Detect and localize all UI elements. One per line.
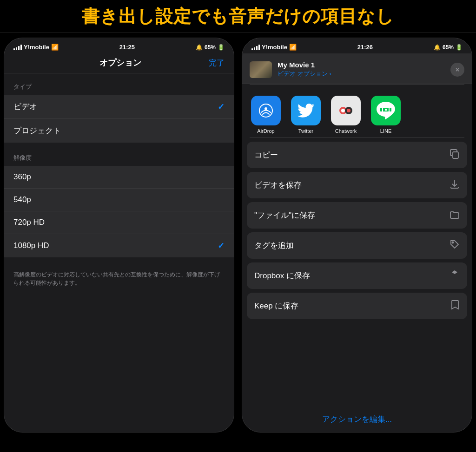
keep-label: Keep に保存 [254, 301, 298, 311]
share-thumbnail [250, 61, 272, 78]
header-text: 書き出し設定でも音声だけの項目なし [82, 7, 394, 26]
app-line[interactable]: LINE [370, 96, 402, 134]
status-left-1: Y!mobile 📶 [13, 44, 59, 51]
action-dropbox[interactable]: Dropbox に保存 [247, 262, 467, 289]
action-save-video[interactable]: ビデオを保存 [247, 172, 467, 198]
battery-icon-1: 🔋 [218, 44, 225, 51]
save-video-icon [450, 179, 460, 191]
svg-point-1 [264, 107, 267, 110]
chatwork-label: Chatwork [335, 128, 357, 134]
540p-label: 540p [13, 195, 31, 204]
video-check: ✓ [218, 102, 225, 112]
list-item-540p[interactable]: 540p [4, 189, 234, 211]
bar1-2 [251, 48, 253, 50]
close-icon: × [456, 66, 459, 73]
save-files-label: "ファイル"に保存 [254, 210, 315, 221]
share-sheet: My Movie 1 ビデオ オプション › × [242, 53, 472, 432]
tag-icon [450, 239, 460, 252]
list-item-1080p[interactable]: 1080p HD ✓ [4, 234, 234, 257]
list-item-video[interactable]: ビデオ ✓ [4, 95, 234, 119]
svg-rect-6 [380, 108, 382, 111]
app-airdrop[interactable]: AirDrop [250, 96, 282, 134]
alarm-icon-2: 🔔 [434, 44, 441, 51]
battery-1: 65% [205, 44, 216, 51]
airdrop-icon [251, 96, 281, 125]
add-tag-label: タグを追加 [254, 240, 294, 251]
phone-2: Y!mobile 📶 21:26 🔔 65% 🔋 My Movie 1 ビデオ … [242, 38, 472, 432]
line-label: LINE [380, 128, 391, 134]
project-label: プロジェクト [13, 125, 61, 136]
alarm-icon-1: 🔔 [196, 44, 203, 51]
svg-point-13 [452, 242, 454, 243]
edit-actions-label: アクションを編集... [322, 415, 392, 424]
bar3 [18, 46, 20, 50]
dropbox-icon [450, 269, 460, 282]
bar4 [20, 45, 22, 50]
separator-2 [250, 138, 464, 138]
signal-bars-1 [13, 45, 22, 50]
time-1: 21:25 [119, 44, 135, 51]
dropbox-label: Dropbox に保存 [254, 270, 310, 281]
share-info: My Movie 1 ビデオ オプション › [278, 61, 450, 78]
airdrop-label: AirDrop [257, 128, 274, 134]
header-banner: 書き出し設定でも音声だけの項目なし [0, 0, 476, 33]
status-bar-2: Y!mobile 📶 21:26 🔔 65% 🔋 [242, 38, 472, 53]
save-files-icon [450, 209, 460, 222]
bar1 [13, 48, 15, 50]
twitter-label: Twitter [298, 128, 313, 134]
bar2-2 [254, 47, 255, 50]
svg-rect-12 [453, 152, 458, 158]
share-header: My Movie 1 ビデオ オプション › × [242, 53, 472, 84]
share-close-button[interactable]: × [450, 63, 464, 77]
carrier-1: Y!mobile [24, 44, 49, 51]
bar4-2 [258, 45, 260, 50]
save-video-label: ビデオを保存 [254, 180, 302, 190]
app-chatwork[interactable]: Chatwork [330, 96, 362, 134]
signal-bars-2 [251, 45, 260, 50]
nav-done-button[interactable]: 完了 [209, 58, 225, 68]
action-save-files[interactable]: "ファイル"に保存 [247, 202, 467, 229]
svg-point-5 [347, 109, 350, 112]
list-item-project[interactable]: プロジェクト [4, 119, 234, 143]
status-right-1: 🔔 65% 🔋 [196, 44, 225, 51]
list-item-720p[interactable]: 720p HD [4, 211, 234, 234]
line-icon [371, 96, 401, 125]
time-2: 21:26 [357, 44, 373, 51]
content-area-1: タイプ ビデオ ✓ プロジェクト 解像度 360p 540p [4, 73, 234, 432]
svg-rect-11 [390, 108, 391, 111]
twitter-icon [291, 96, 321, 125]
resolution-list: 360p 540p 720p HD 1080p HD ✓ [4, 166, 234, 257]
battery-icon-2: 🔋 [456, 44, 463, 51]
status-left-2: Y!mobile 📶 [251, 44, 297, 51]
svg-point-4 [341, 109, 345, 112]
status-right-2: 🔔 65% 🔋 [434, 44, 463, 51]
svg-rect-10 [387, 108, 389, 111]
action-keep[interactable]: Keep に保存 [247, 293, 467, 319]
section-label-type: タイプ [4, 83, 234, 95]
share-subtitle: ビデオ オプション › [278, 70, 450, 78]
nav-title-1: オプション [99, 57, 141, 68]
status-bar-1: Y!mobile 📶 21:25 🔔 65% 🔋 [4, 38, 234, 53]
720p-label: 720p HD [13, 218, 45, 227]
phones-container: Y!mobile 📶 21:25 🔔 65% 🔋 オプション 完了 タイプ ビデ… [0, 33, 476, 437]
phone-1: Y!mobile 📶 21:25 🔔 65% 🔋 オプション 完了 タイプ ビデ… [4, 38, 234, 432]
wifi-icon-2: 📶 [289, 44, 297, 51]
360p-label: 360p [13, 172, 31, 182]
chatwork-icon [331, 96, 361, 125]
action-list: コピー ビデオを保存 [242, 142, 472, 408]
app-twitter[interactable]: Twitter [290, 96, 322, 134]
bar2 [16, 47, 17, 50]
keep-icon [450, 300, 460, 312]
nav-bar-1: オプション 完了 [4, 53, 234, 73]
action-add-tag[interactable]: タグを追加 [247, 232, 467, 259]
action-copy[interactable]: コピー [247, 142, 467, 168]
bar3-2 [256, 46, 258, 50]
type-list: ビデオ ✓ プロジェクト [4, 95, 234, 143]
wifi-icon-1: 📶 [51, 44, 59, 51]
list-item-360p[interactable]: 360p [4, 166, 234, 189]
edit-actions[interactable]: アクションを編集... [242, 408, 472, 432]
share-movie-title: My Movie 1 [278, 61, 450, 69]
apps-row: AirDrop Twitter [242, 88, 472, 138]
video-label: ビデオ [13, 101, 37, 112]
carrier-2: Y!mobile [262, 44, 287, 51]
